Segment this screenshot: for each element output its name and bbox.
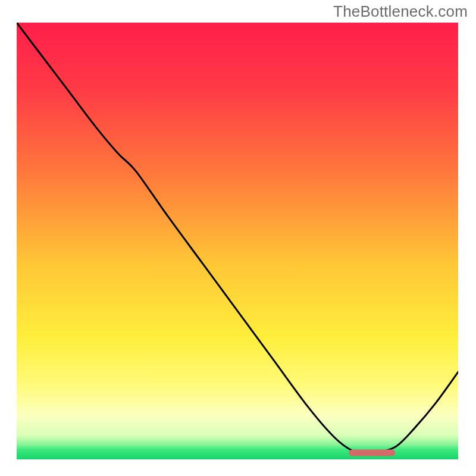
chart-svg [0, 0, 476, 476]
gradient-background [17, 23, 458, 459]
watermark-text: TheBottleneck.com [333, 2, 468, 21]
chart-stage: { "watermark": "TheBottleneck.com", "cha… [0, 0, 476, 476]
